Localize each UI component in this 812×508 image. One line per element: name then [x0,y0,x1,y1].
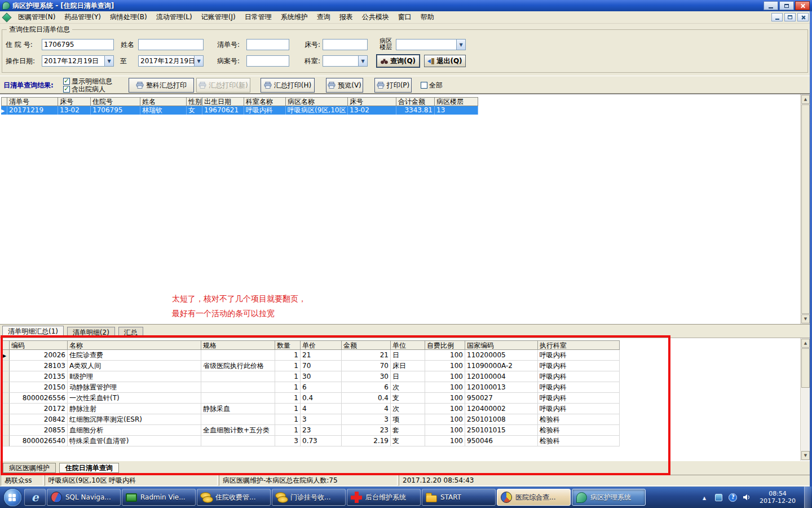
detail-grid-row[interactable]: 20150 动静脉置管护理 1 6 6 次 100 120100013 呼吸内科 [2,382,620,393]
cell-self-pay-ratio: 100 [425,350,465,361]
tab-inpatient-daily-list-query[interactable]: 住院日清单查询 [59,463,119,473]
detail-grid-row[interactable]: 20172 静脉注射 静脉采血 1 4 4 次 100 120400002 呼吸… [2,404,620,414]
menu-item[interactable]: 药品管理(Y) [60,11,105,24]
exit-button[interactable]: 退出(Q) [424,55,466,67]
cell-unit: 日 [391,350,425,361]
taskbar-button-radmin-viewer[interactable]: Radmin Vie... [122,489,196,506]
cell-self-pay-ratio: 100 [425,371,465,382]
taskbar-button-start-folder[interactable]: START [422,489,496,506]
cell-national-code: 110200005 [465,350,538,361]
header-exec-dept: 执行科室 [538,340,620,350]
menu-item[interactable]: 记账管理(J) [197,11,240,24]
mdi-close-button[interactable] [797,13,809,21]
detail-grid-row[interactable]: 8000026540 特殊采血管(血清管) 3 0.73 2.19 支 100 … [2,436,620,446]
maximize-button[interactable] [779,1,794,10]
tray-help-icon[interactable] [728,493,737,502]
tab-detail[interactable]: 清单明细(2) [67,327,115,338]
maximize-icon [784,4,789,8]
header-name: 姓名 [140,97,187,106]
mdi-minimize-button[interactable] [771,13,783,21]
dept-value [323,56,358,66]
date-to-combo[interactable]: 2017年12月19日 [138,55,204,67]
close-icon [800,3,805,8]
case-no-input[interactable] [246,55,289,67]
tab-summary[interactable]: 汇总 [118,327,143,338]
app-icon [2,2,10,10]
tab-detail-summary[interactable]: 清单明细汇总(1) [2,326,64,338]
cell-self-pay-ratio: 100 [425,414,465,425]
cell-spec [201,382,275,393]
taskbar-button-outpatient-registration[interactable]: 门诊挂号收... [272,489,346,506]
name-input[interactable] [138,39,204,50]
scrollbar-thumb[interactable] [801,104,810,314]
taskbar-clock[interactable]: 08:54 2017-12-20 [760,490,796,505]
scroll-down-icon[interactable] [801,314,810,323]
taskbar-button-sql-navigator[interactable]: SQL Naviga... [47,489,121,506]
menu-item[interactable]: 病情处理(B) [105,11,152,24]
summary-print-button[interactable]: 汇总打印(H) [261,78,315,93]
ward-floor-combo[interactable] [396,39,466,50]
row-gutter [2,436,10,446]
detail-grid-row[interactable]: 8000026556 一次性采血针(T) 1 0.4 0.4 支 100 950… [2,393,620,404]
menu-item[interactable]: 医嘱管理(N) [14,11,60,24]
menu-item[interactable]: 报表 [335,11,358,24]
show-desktop-button[interactable] [804,487,811,508]
taskbar-button-inpatient-fee[interactable]: 住院收费管... [197,489,271,506]
volume-icon[interactable] [742,493,751,502]
all-checkbox[interactable]: 全部 [421,81,443,89]
results-row-selected[interactable]: 20171219 13-02 1706795 林瑞钦 女 19670621 呼吸… [1,106,478,115]
document-tab-bar: 病区医嘱维护 住院日清单查询 [0,461,812,474]
bed-no-input[interactable] [323,39,368,50]
scroll-up-icon[interactable] [801,95,810,104]
dropdown-arrow-icon[interactable] [104,56,113,66]
dropdown-arrow-icon[interactable] [194,56,203,66]
detail-grid-row[interactable]: 20135 Ⅱ级护理 1 30 30 日 100 120100004 呼吸内科 [2,371,620,382]
cell-amount: 4 [342,404,391,414]
dropdown-arrow-icon[interactable] [456,40,465,50]
results-scrollbar[interactable] [800,94,810,324]
query-button[interactable]: 查询(Q) [377,55,420,67]
menu-item[interactable]: 系统维护 [276,11,312,24]
detail-scrollbar[interactable] [800,338,810,461]
scrollbar-thumb[interactable] [801,348,810,388]
cell-self-pay-ratio: 100 [425,382,465,393]
menu-item[interactable]: 流动管理(L) [152,11,197,24]
dept-combo[interactable] [323,55,368,67]
preview-button[interactable]: 预览(V) [326,78,363,93]
menu-item[interactable]: 帮助 [416,11,439,24]
detail-grid-row[interactable]: 20855 血细胞分析 全血细胞计数+五分类 1 23 23 套 100 250… [2,425,620,436]
header-ward-floor: 病区楼层 [435,97,478,106]
header-admission-no: 住院号 [91,97,140,106]
scroll-down-icon[interactable] [801,451,810,460]
dropdown-arrow-icon[interactable] [358,56,367,66]
taskbar-button-backend-maintenance[interactable]: 后台维护系统 [347,489,421,506]
close-button[interactable] [795,1,810,10]
detail-grid-row[interactable]: 20026 住院诊查费 1 21 21 日 100 110200005 呼吸内科 [2,350,620,361]
minimize-button[interactable] [764,1,778,10]
tab-ward-order-maintenance[interactable]: 病区医嘱维护 [3,463,56,473]
start-button[interactable] [4,489,21,506]
detail-grid-row[interactable]: 28103 A类双人间 省级医院执行此价格 1 70 70 床日 100 110… [2,361,620,371]
detail-grid-row[interactable]: 20842 红细胞沉降率测定(ESR) 1 3 3 项 100 25010100… [2,414,620,425]
menu-item[interactable]: 查询 [312,11,335,24]
include-discharged-checkbox[interactable]: 含出院病人 [63,85,105,93]
print-button[interactable]: 打印(P) [374,78,412,93]
taskbar-button-hospital-query[interactable]: 医院综合查... [497,489,571,506]
mdi-restore-button[interactable] [784,13,796,21]
menu-item[interactable]: 窗口 [394,11,416,24]
current-row-icon [1,106,5,114]
list-no-input[interactable] [246,39,289,50]
date-from-value: 2017年12月19日 [42,56,104,66]
admission-no-input[interactable] [42,39,114,50]
cell-code: 20855 [10,425,68,436]
internet-explorer-button[interactable] [24,489,46,506]
scroll-up-icon[interactable] [801,339,810,348]
menu-item[interactable]: 公共模块 [358,11,394,24]
dept-summary-print-button[interactable]: 整科汇总打印 [129,78,194,93]
taskbar-button-ward-nursing-system[interactable]: 病区护理系统 [572,489,646,506]
date-from-combo[interactable]: 2017年12月19日 [42,55,114,67]
tray-chevron-icon[interactable] [700,493,709,502]
tray-app-icon[interactable] [714,493,723,502]
menu-item[interactable]: 日常管理 [240,11,276,24]
header-unit: 单位 [391,340,425,350]
